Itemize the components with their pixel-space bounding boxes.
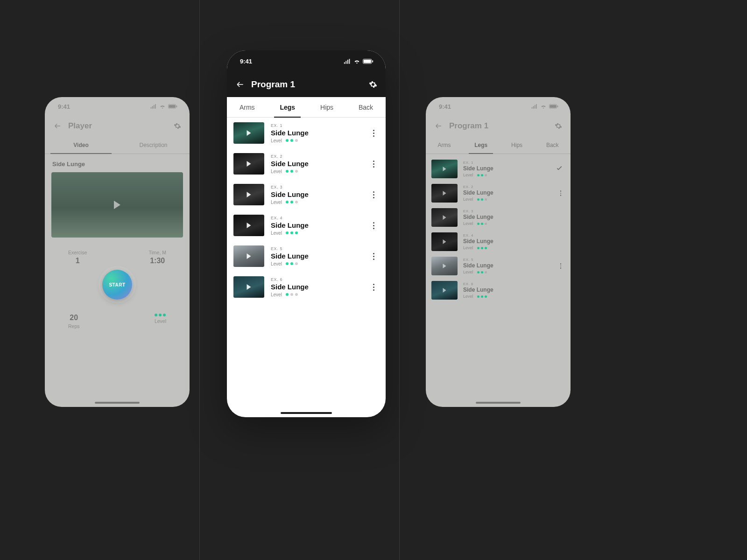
exercise-thumbnail[interactable] [431, 208, 458, 227]
level-dots [286, 231, 298, 234]
list-item[interactable]: EX. 5 Side Lunge Level [227, 241, 386, 272]
exercise-meta: EX. 3 Side Lunge Level [463, 209, 551, 226]
level-label: Level [271, 138, 282, 143]
list-item[interactable]: EX. 5 Side Lunge Level [426, 254, 571, 278]
exercise-thumbnail[interactable] [233, 215, 264, 236]
stat-time: Time, M 1:30 [148, 250, 166, 265]
exercise-thumbnail[interactable] [233, 184, 264, 205]
play-icon [247, 284, 251, 290]
exercise-meta: EX. 3 Side Lunge Level [271, 185, 363, 205]
category-tabs: Arms Legs Hips Back [227, 97, 386, 118]
status-bar: 9:41 [227, 50, 386, 72]
exercise-number: EX. 2 [463, 185, 552, 189]
exercise-thumbnail[interactable] [431, 232, 458, 251]
level-dots [477, 198, 487, 201]
play-icon [443, 191, 446, 196]
exercise-thumbnail[interactable] [233, 276, 264, 298]
exercise-thumbnail[interactable] [233, 245, 264, 267]
check-icon [556, 164, 564, 174]
tab-hips[interactable]: Hips [509, 136, 524, 154]
exercise-name: Side Lunge [45, 154, 190, 172]
start-button[interactable]: START [102, 270, 132, 300]
tab-arms[interactable]: Arms [436, 136, 452, 154]
level-dots [286, 262, 298, 265]
play-icon [443, 239, 446, 244]
play-icon [443, 288, 446, 293]
back-icon[interactable] [53, 122, 62, 130]
exercise-thumbnail[interactable] [431, 257, 458, 275]
level-dots [155, 314, 166, 316]
kebab-icon[interactable] [370, 253, 377, 260]
level-label: Level [463, 197, 473, 202]
gear-icon[interactable] [555, 122, 562, 130]
exercise-name: Side Lunge [463, 165, 550, 172]
kebab-icon[interactable] [370, 161, 377, 168]
play-icon [443, 264, 446, 268]
gear-icon[interactable] [369, 80, 377, 89]
exercise-thumbnail[interactable] [233, 122, 264, 144]
kebab-icon[interactable] [370, 222, 377, 229]
status-time: 9:41 [58, 103, 70, 110]
play-icon [247, 223, 251, 228]
svg-rect-8 [557, 105, 558, 107]
list-item[interactable]: EX. 6 Side Lunge Level [426, 278, 571, 302]
list-item[interactable]: EX. 3 Side Lunge Level [426, 205, 571, 230]
home-indicator [95, 402, 140, 404]
phone-program-dim: 9:41 Program 1 Arms Legs Hips Back EX. 1… [426, 97, 571, 407]
tab-video[interactable]: Video [45, 136, 117, 154]
kebab-icon[interactable] [370, 130, 377, 137]
level-dots [286, 201, 298, 203]
list-item[interactable]: EX. 4 Side Lunge Level [426, 230, 571, 254]
list-item[interactable]: EX. 1 Side Lunge Level [426, 157, 571, 181]
svg-rect-5 [372, 60, 373, 62]
exercise-thumbnail[interactable] [431, 184, 458, 203]
tab-legs[interactable]: Legs [472, 136, 489, 154]
gear-icon[interactable] [174, 122, 181, 130]
stat-exercise: Exercise 1 [68, 250, 87, 265]
level-label: Level [271, 292, 282, 297]
tab-description[interactable]: Description [117, 136, 190, 154]
play-icon [247, 192, 251, 197]
exercise-meta: EX. 2 Side Lunge Level [271, 154, 363, 174]
play-icon [443, 215, 446, 220]
list-item[interactable]: EX. 2 Side Lunge Level [426, 181, 571, 205]
exercise-name: Side Lunge [271, 252, 363, 260]
player-tabs: Video Description [45, 136, 190, 154]
app-bar: Program 1 [426, 116, 571, 136]
exercise-number: EX. 6 [463, 282, 551, 286]
tab-arms[interactable]: Arms [238, 97, 257, 117]
exercise-meta: EX. 5 Side Lunge Level [271, 246, 363, 266]
status-icons [150, 104, 177, 109]
tab-back[interactable]: Back [357, 97, 375, 117]
status-icons [344, 59, 374, 64]
video-thumbnail[interactable] [51, 172, 183, 238]
list-item[interactable]: EX. 4 Side Lunge Level [227, 210, 386, 241]
exercise-meta: EX. 1 Side Lunge Level [463, 161, 550, 177]
exercise-thumbnail[interactable] [431, 160, 458, 178]
app-bar: Program 1 [227, 72, 386, 97]
play-icon [443, 167, 446, 171]
play-icon [247, 130, 251, 136]
exercise-thumbnail[interactable] [233, 153, 264, 175]
exercise-name: Side Lunge [271, 283, 363, 291]
status-time: 9:41 [240, 58, 252, 65]
tab-legs[interactable]: Legs [278, 97, 297, 117]
back-icon[interactable] [434, 122, 443, 130]
back-icon[interactable] [235, 80, 245, 89]
list-item[interactable]: EX. 1 Side Lunge Level [227, 118, 386, 148]
level-label: Level [271, 231, 282, 236]
kebab-icon[interactable] [370, 191, 377, 198]
tab-back[interactable]: Back [544, 136, 561, 154]
exercise-thumbnail[interactable] [431, 281, 458, 300]
level-label: Level [271, 200, 282, 205]
exercise-meta: EX. 4 Side Lunge Level [463, 233, 551, 250]
list-item[interactable]: EX. 2 Side Lunge Level [227, 148, 386, 179]
status-time: 9:41 [439, 103, 451, 110]
stat-reps: 20 Reps [68, 314, 80, 329]
kebab-icon[interactable] [557, 263, 564, 269]
kebab-icon[interactable] [557, 190, 564, 196]
tab-hips[interactable]: Hips [318, 97, 335, 117]
list-item[interactable]: EX. 6 Side Lunge Level [227, 272, 386, 302]
kebab-icon[interactable] [370, 284, 377, 291]
list-item[interactable]: EX. 3 Side Lunge Level [227, 179, 386, 210]
